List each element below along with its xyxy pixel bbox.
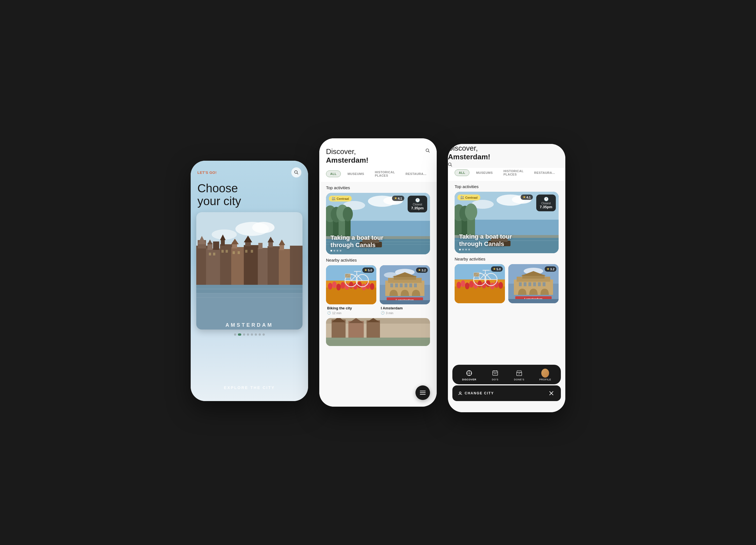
svg-point-152 (499, 282, 503, 289)
svg-rect-24 (258, 243, 263, 249)
cdot-3[interactable] (337, 250, 338, 252)
search-button[interactable] (291, 168, 301, 178)
svg-rect-33 (213, 253, 215, 256)
change-city-bar[interactable]: CHANGE CITY (452, 385, 561, 401)
profile-avatar (541, 369, 549, 377)
cdot-2[interactable] (334, 250, 335, 252)
svg-rect-172 (528, 282, 531, 286)
svg-point-144 (465, 282, 469, 289)
nearby-card-biking-3[interactable]: ★ 5.0 (455, 264, 505, 303)
nav-discover[interactable]: DISCOVER (462, 369, 476, 381)
svg-point-147 (478, 280, 482, 287)
nav-dones[interactable]: DONE'S (514, 369, 524, 381)
menu-fab[interactable] (415, 385, 430, 400)
close-change-city[interactable] (547, 389, 555, 397)
svg-point-142 (457, 282, 461, 288)
phone3-screen: Discover, Amsterdam! ALL MUSEUMS (448, 144, 565, 412)
filter-bar: ALL MUSEUMS HISTORICAL PLACES RESTAURA..… (319, 169, 437, 182)
svg-point-133 (465, 204, 477, 220)
top-activities-label-3: Top activities (448, 181, 565, 192)
featured-card-title: Taking a boat tourthrough Canals (330, 234, 426, 249)
phone1-topbar: LET'S GO! (191, 161, 308, 180)
filter-museums[interactable]: MUSEUMS (344, 171, 368, 177)
phone-discover-middle: Discover, Amsterdam! ALL MUSEUMS (319, 138, 437, 407)
bottom-navigation: DISCOVER DO'S (452, 365, 561, 384)
profile-icon (541, 369, 549, 377)
nearby-card-iamsterdam[interactable]: I amsterdam ★ 3.2 I Amsterdam (380, 265, 430, 315)
dot-2[interactable] (238, 333, 241, 336)
iamsterdam-card-info: I Amsterdam 🕐 3 min (380, 304, 430, 315)
dot-3[interactable] (243, 333, 245, 336)
star-icon-4: ★ (493, 267, 496, 271)
amsterdam-card[interactable]: AMSTERDAM (196, 212, 303, 329)
dot-8[interactable] (263, 333, 265, 336)
nav-profile[interactable]: PROFILE (539, 369, 551, 381)
svg-rect-37 (238, 251, 240, 254)
svg-rect-100 (395, 283, 398, 287)
explore-city-button[interactable]: EXPLORE THE CITY (191, 385, 308, 390)
filter-historical-3[interactable]: HISTORICAL PLACES (500, 168, 528, 178)
train-icon-3: 🚉 (460, 196, 464, 199)
phone-choose-city: LET'S GO! Chooseyour city (191, 161, 308, 401)
search-button-2[interactable] (426, 148, 430, 154)
nearby-card-biking[interactable]: ★ 5.0 Biking the city 🕐 12 min (326, 265, 376, 315)
top-activities-label: Top activities (319, 182, 437, 193)
svg-rect-38 (245, 250, 247, 253)
svg-point-70 (332, 281, 337, 288)
featured-activity-card[interactable]: 🚉 Centraal ★ 4.1 🕐 Closest 7.35pm (326, 193, 430, 254)
star-icon: ★ (418, 268, 421, 272)
filter-restaurants-3[interactable]: RESTAURA... (530, 170, 559, 176)
svg-rect-7 (196, 246, 207, 285)
filter-museums-3[interactable]: MUSEUMS (472, 170, 497, 176)
svg-line-122 (451, 166, 452, 167)
phone1-title: Chooseyour city (191, 180, 308, 212)
featured-activity-card-3[interactable]: 🚉 Centraal ★ 4.1 🕐 Closest 7.35pm Taking… (455, 192, 559, 253)
filter-historical[interactable]: HISTORICAL PLACES (371, 169, 399, 179)
svg-rect-173 (533, 282, 536, 286)
dot-1[interactable] (234, 333, 236, 336)
cdot-1[interactable] (330, 250, 332, 252)
iamsterdam-card-image: I amsterdam ★ 3.2 (380, 265, 430, 304)
svg-rect-162 (474, 272, 479, 277)
filter-all[interactable]: ALL (326, 171, 341, 177)
filter-restaurants[interactable]: RESTAURA... (401, 171, 430, 177)
svg-rect-31 (290, 246, 303, 285)
dot-5[interactable] (251, 333, 253, 336)
phone3-title-text: Discover, Amsterdam! (448, 144, 565, 161)
cdot-4[interactable] (340, 250, 341, 252)
svg-point-69 (328, 283, 332, 289)
biking-card-info: Biking the city 🕐 12 min (326, 304, 376, 315)
iamsterdam-time: 🕐 3 min (381, 311, 429, 315)
change-city-label: CHANGE CITY (458, 391, 494, 395)
search-button-3[interactable] (448, 162, 565, 168)
svg-rect-110 (332, 319, 346, 339)
svg-point-79 (370, 283, 374, 290)
phone2-screen: Discover, Amsterdam! ALL MUSEUMS (319, 138, 437, 407)
biking-time: 🕐 12 min (327, 311, 375, 315)
svg-point-5 (252, 222, 275, 233)
svg-rect-68 (326, 287, 376, 304)
clock-icon-3: 🕐 (540, 197, 552, 201)
more-nearby-card[interactable] (326, 318, 430, 346)
centraal-badge: 🚉 Centraal (329, 196, 352, 202)
phone1-screen: LET'S GO! Chooseyour city (191, 161, 308, 401)
iamsterdam-card-image-3: I amsterdam ★ 3.2 (508, 264, 559, 303)
biking-card-image: ★ 5.0 (326, 265, 376, 304)
svg-rect-175 (543, 282, 545, 286)
svg-rect-99 (390, 283, 393, 287)
biking-card-image-3: ★ 5.0 (455, 264, 505, 303)
dot-4[interactable] (247, 333, 249, 336)
svg-point-74 (349, 282, 353, 288)
phone3-header: Discover, Amsterdam! (448, 144, 565, 168)
dot-6[interactable] (255, 333, 257, 336)
svg-text:AMSTERDAM: AMSTERDAM (226, 322, 273, 328)
svg-point-180 (469, 372, 470, 374)
dot-7[interactable] (259, 333, 261, 336)
nav-dos[interactable]: DO'S (491, 369, 499, 381)
star-icon-5: ★ (547, 267, 549, 271)
nearby-card-iamsterdam-3[interactable]: I amsterdam ★ 3.2 (508, 264, 559, 303)
filter-all-3[interactable]: ALL (455, 169, 469, 176)
discover-icon (465, 369, 473, 377)
svg-line-1 (297, 173, 298, 175)
svg-rect-174 (538, 282, 541, 286)
